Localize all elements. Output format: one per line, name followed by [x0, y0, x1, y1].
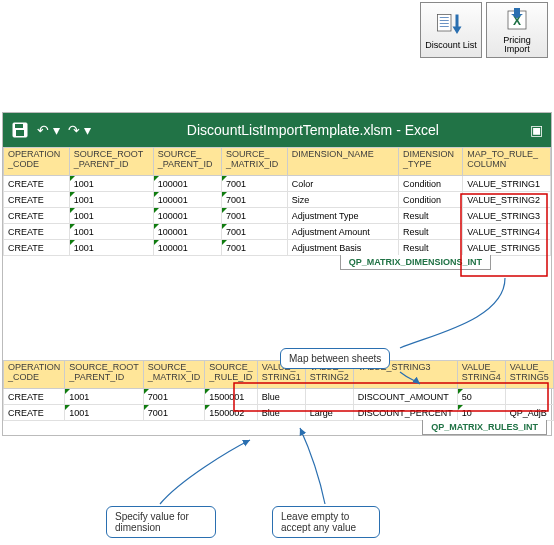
col2-value-string4[interactable]: VALUE_ STRING4	[457, 361, 505, 389]
cell[interactable]: 50	[457, 389, 505, 405]
cell[interactable]: 1001	[69, 192, 153, 208]
matrix-rules-table: OPERATION _CODE SOURCE_ROOT _PARENT_ID S…	[3, 360, 554, 421]
col2-source-root-parent-id[interactable]: SOURCE_ROOT _PARENT_ID	[65, 361, 144, 389]
excel-window: ↶ ▾ ↷ ▾ DiscountListImportTemplate.xlsm …	[2, 112, 552, 436]
col2-value-string5[interactable]: VALUE_ STRING5	[505, 361, 553, 389]
col2-source-rule-id[interactable]: SOURCE_ _RULE_ID	[205, 361, 258, 389]
cell[interactable]: CREATE	[4, 389, 65, 405]
cell[interactable]: CREATE	[4, 192, 70, 208]
svg-rect-9	[16, 130, 24, 136]
callout-map-between-sheets: Map between sheets	[280, 348, 390, 369]
discount-list-icon	[436, 11, 466, 39]
cell[interactable]: Adjustment Type	[287, 208, 398, 224]
excel-titlebar: ↶ ▾ ↷ ▾ DiscountListImportTemplate.xlsm …	[3, 113, 551, 147]
cell[interactable]: 100001	[153, 208, 221, 224]
cell[interactable]: Size	[287, 192, 398, 208]
table-row[interactable]: CREATE100170011500002BlueLargeDISCOUNT_P…	[4, 405, 554, 421]
col-source-parent-id[interactable]: SOURCE_ _PARENT_ID	[153, 148, 221, 176]
cell[interactable]: 1001	[65, 405, 144, 421]
cell[interactable]: Large	[305, 405, 353, 421]
table-row[interactable]: CREATE10011000017001Adjustment BasisResu…	[4, 240, 551, 256]
callout-specify-value: Specify value for dimension	[106, 506, 216, 538]
discount-list-label: Discount List	[425, 41, 477, 50]
cell[interactable]: 7001	[222, 240, 288, 256]
cell[interactable]: 1001	[69, 176, 153, 192]
ribbon-collapse-icon[interactable]: ▣	[523, 122, 543, 138]
cell[interactable]: 1001	[69, 208, 153, 224]
cell[interactable]: 7001	[222, 224, 288, 240]
cell[interactable]: Result	[398, 224, 462, 240]
col2-operation-code[interactable]: OPERATION _CODE	[4, 361, 65, 389]
cell[interactable]: Condition	[398, 176, 462, 192]
cell[interactable]: Color	[287, 176, 398, 192]
cell[interactable]: Result	[398, 240, 462, 256]
cell[interactable]	[505, 389, 553, 405]
pricing-import-button[interactable]: X Pricing Import	[486, 2, 548, 58]
cell[interactable]: 1001	[69, 224, 153, 240]
cell[interactable]: 100001	[153, 224, 221, 240]
cell[interactable]: DISCOUNT_PERCENT	[353, 405, 457, 421]
cell[interactable]: Adjustment Basis	[287, 240, 398, 256]
cell[interactable]: VALUE_STRING3	[463, 208, 551, 224]
discount-list-button[interactable]: Discount List	[420, 2, 482, 58]
pricing-import-label: Pricing Import	[503, 36, 531, 54]
undo-icon[interactable]: ↶ ▾	[37, 122, 60, 138]
col-source-root-parent-id[interactable]: SOURCE_ROOT _PARENT_ID	[69, 148, 153, 176]
col-operation-code[interactable]: OPERATION _CODE	[4, 148, 70, 176]
cell[interactable]: 7001	[222, 176, 288, 192]
cell[interactable]: 100001	[153, 176, 221, 192]
cell[interactable]: Result	[398, 208, 462, 224]
excel-title: DiscountListImportTemplate.xlsm - Excel	[103, 122, 523, 138]
cell[interactable]	[305, 389, 353, 405]
table-row[interactable]: CREATE10011000017001SizeConditionVALUE_S…	[4, 192, 551, 208]
matrix-dimensions-table: OPERATION _CODE SOURCE_ROOT _PARENT_ID S…	[3, 147, 551, 256]
cell[interactable]: CREATE	[4, 208, 70, 224]
redo-icon[interactable]: ↷ ▾	[68, 122, 91, 138]
cell[interactable]: 7001	[222, 192, 288, 208]
table-row[interactable]: CREATE100170011500001BlueDISCOUNT_AMOUNT…	[4, 389, 554, 405]
col-map-to-rule-column[interactable]: MAP_TO_RULE_ COLUMN	[463, 148, 551, 176]
table-row[interactable]: CREATE10011000017001Adjustment AmountRes…	[4, 224, 551, 240]
cell[interactable]: 7001	[222, 208, 288, 224]
cell[interactable]: 100001	[153, 192, 221, 208]
col-dimension-name[interactable]: DIMENSION_NAME	[287, 148, 398, 176]
cell[interactable]: VALUE_STRING2	[463, 192, 551, 208]
save-icon[interactable]	[11, 121, 29, 139]
cell[interactable]: 10	[457, 405, 505, 421]
cell[interactable]: VALUE_STRING1	[463, 176, 551, 192]
sheet-tab-rules[interactable]: QP_MATRIX_RULES_INT	[422, 420, 547, 435]
cell[interactable]: CREATE	[4, 405, 65, 421]
cell[interactable]: CREATE	[4, 176, 70, 192]
cell[interactable]: 7001	[143, 405, 204, 421]
cell[interactable]: 1500002	[205, 405, 258, 421]
col-dimension-type[interactable]: DIMENSION _TYPE	[398, 148, 462, 176]
cell[interactable]: Condition	[398, 192, 462, 208]
svg-rect-0	[438, 14, 452, 31]
table-row[interactable]: CREATE10011000017001Adjustment TypeResul…	[4, 208, 551, 224]
table-row[interactable]: CREATE10011000017001ColorConditionVALUE_…	[4, 176, 551, 192]
cell[interactable]: VALUE_STRING4	[463, 224, 551, 240]
cell[interactable]: DISCOUNT_AMOUNT	[353, 389, 457, 405]
cell[interactable]: Adjustment Amount	[287, 224, 398, 240]
cell[interactable]: 1001	[65, 389, 144, 405]
cell[interactable]: VALUE_STRING5	[463, 240, 551, 256]
callout-leave-empty: Leave empty to accept any value	[272, 506, 380, 538]
cell[interactable]: QP_AdjB	[505, 405, 553, 421]
cell[interactable]: Blue	[257, 389, 305, 405]
cell[interactable]: 7001	[143, 389, 204, 405]
cell[interactable]: CREATE	[4, 224, 70, 240]
pricing-import-icon: X	[502, 6, 532, 34]
col2-source-matrix-id[interactable]: SOURCE_ _MATRIX_ID	[143, 361, 204, 389]
cell[interactable]: Blue	[257, 405, 305, 421]
cell[interactable]: 1500001	[205, 389, 258, 405]
cell[interactable]: CREATE	[4, 240, 70, 256]
cell[interactable]: 1001	[69, 240, 153, 256]
svg-rect-8	[15, 124, 23, 128]
col-source-matrix-id[interactable]: SOURCE_ _MATRIX_ID	[222, 148, 288, 176]
sheet-tab-dimensions[interactable]: QP_MATRIX_DIMENSIONS_INT	[340, 255, 491, 270]
cell[interactable]: 100001	[153, 240, 221, 256]
